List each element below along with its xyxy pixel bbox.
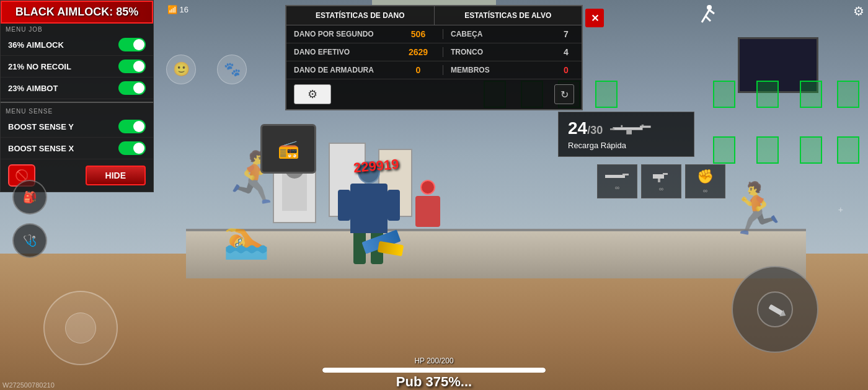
svg-rect-6: [605, 175, 625, 178]
target-rect-10: [756, 136, 779, 164]
stats-value-efetivo: 2629: [394, 47, 443, 57]
shoot-button[interactable]: [732, 266, 818, 353]
stats-label-membros: MEMBROS: [443, 61, 551, 79]
weapon-slot-3-fist-icon: ✊: [697, 169, 714, 185]
wifi-signal-indicator: 📶 16: [167, 5, 188, 14]
ammo-count: 24/30: [568, 118, 603, 138]
target-rect-4: [595, 81, 618, 108]
svg-rect-9: [663, 173, 668, 175]
weapon-panel: 24/30 Recarga Rápida: [558, 112, 694, 157]
svg-line-12: [706, 10, 709, 16]
toggle-switch-boost-x[interactable]: [118, 141, 146, 155]
weapon-slot-2[interactable]: ∞: [641, 164, 681, 198]
stats-label-armadura: DANO DE ARMADURA: [286, 61, 394, 79]
wifi-icon: 📶 16: [167, 5, 188, 14]
target-rect-9: [713, 136, 735, 164]
paw-button[interactable]: 🐾: [217, 55, 247, 84]
smiley-icon: 🙂: [173, 61, 190, 78]
stats-value-dps: 506: [394, 29, 443, 39]
refresh-icon: ↻: [560, 89, 569, 100]
stats-close-button[interactable]: ✕: [585, 9, 604, 27]
run-character-icon[interactable]: [697, 4, 719, 30]
crosshair-indicator: +: [838, 205, 843, 215]
svg-rect-0: [613, 127, 643, 130]
hp-bar-container: HP 200/200: [322, 357, 546, 373]
menu-job-label: MENU JOB: [1, 24, 153, 34]
weapon-slot-3[interactable]: ✊ ∞: [685, 164, 725, 198]
stats-tab-damage[interactable]: ESTATÍSTICAS DE DANO: [286, 6, 435, 25]
svg-rect-8: [653, 174, 664, 179]
hp-label: HP 200/200: [322, 357, 546, 365]
svg-rect-10: [658, 179, 660, 182]
toggle-switch-aimlock[interactable]: [118, 38, 146, 51]
smiley-button[interactable]: 🙂: [166, 55, 196, 84]
toggle-label-boost-y: BOOST SENSE Y: [8, 122, 74, 131]
backpack-icon: 🎒: [23, 190, 37, 204]
weapon-slot-1-icon: [605, 172, 630, 182]
stats-label-efetivo: DANO EFETIVO: [286, 43, 394, 61]
toggle-switch-aimbot[interactable]: [118, 81, 146, 95]
stats-tab-target[interactable]: ESTATÍSTICAS DE ALVO: [435, 6, 582, 25]
toggle-label-norecoil: 21% NO RECOIL: [8, 62, 71, 71]
ammo-display: 24/30: [568, 118, 684, 138]
run-icon-svg: [697, 4, 719, 26]
toggle-row-boost-y: BOOST SENSE Y: [1, 116, 153, 138]
medkit-button[interactable]: 🩺: [12, 223, 47, 258]
svg-rect-7: [622, 174, 629, 175]
hp-bar-background: [322, 368, 546, 373]
aimlock-header: BLACK AIMLOCK: 85%: [1, 1, 153, 24]
target-rect-11: [800, 136, 822, 164]
stats-footer: ⚙ ↻: [286, 79, 582, 109]
stats-label-dps: DANO POR SEGUNDO: [286, 25, 394, 43]
toggle-row-norecoil: 21% NO RECOIL: [1, 56, 153, 78]
gear-icon: ⚙: [308, 87, 317, 101]
reload-label: Recarga Rápida: [568, 141, 684, 150]
stats-header: ESTATÍSTICAS DE DANO ESTATÍSTICAS DE ALV…: [286, 6, 582, 25]
stats-panel: ESTATÍSTICAS DE DANO ESTATÍSTICAS DE ALV…: [285, 5, 583, 110]
medkit-icon: 🩺: [23, 234, 37, 247]
svg-line-15: [709, 10, 714, 14]
target-rect-7: [800, 81, 822, 108]
menu-sense-label: MENU SENSE: [1, 105, 153, 116]
toggle-label-aimlock: 36% AIMLOCK: [8, 40, 64, 50]
backpack-button[interactable]: 🎒: [12, 180, 47, 215]
movement-joystick[interactable]: [43, 291, 118, 365]
paw-icon: 🐾: [224, 61, 241, 78]
weapon-slot-1-ammo: ∞: [615, 184, 619, 191]
stats-value-head: 7: [551, 29, 582, 39]
toggle-switch-boost-y[interactable]: [118, 120, 146, 133]
hide-button[interactable]: HIDE: [86, 166, 146, 185]
stats-value-tronco: 4: [551, 47, 582, 57]
toggle-row-aimlock: 36% AIMLOCK: [1, 34, 153, 56]
svg-rect-2: [621, 125, 623, 127]
toggle-switch-norecoil[interactable]: [118, 60, 146, 73]
target-silhouette-right: 🏃: [725, 180, 787, 238]
gear-settings-button[interactable]: ⚙: [294, 84, 331, 104]
toggle-label-boost-x: BOOST SENSE X: [8, 144, 74, 153]
weapon-slot-3-ammo: ∞: [703, 187, 707, 194]
toggle-label-aimbot: 23% AIMBOT: [8, 84, 58, 93]
serial-number: W272500780210: [2, 381, 55, 389]
settings-icon[interactable]: ⚙: [853, 4, 864, 19]
hp-bar-fill: [322, 368, 546, 373]
cheat-menu-panel: BLACK AIMLOCK: 85% MENU JOB 36% AIMLOCK …: [0, 0, 154, 192]
target-rect-8: [837, 81, 859, 108]
stats-value-membros: 0: [551, 65, 582, 75]
target-rect-6: [756, 81, 779, 108]
stats-row-3: DANO DE ARMADURA 0 MEMBROS 0: [286, 61, 582, 79]
stats-label-tronco: TRONCO: [443, 43, 551, 61]
weapon-ak47-icon: [610, 121, 653, 136]
refresh-button[interactable]: ↻: [554, 84, 574, 104]
weapon-slots-container: ∞ ∞ ✊ ∞: [597, 164, 725, 198]
weapon-slot-2-icon: [652, 171, 671, 183]
toggle-row-aimbot: 23% AIMBOT: [1, 78, 153, 99]
aimlock-title: BLACK AIMLOCK: 85%: [16, 6, 138, 18]
target-silhouette-prone: 🏊: [223, 217, 270, 261]
radio-device: 📻: [260, 124, 316, 174]
svg-line-14: [706, 16, 711, 21]
weapon-slot-2-ammo: ∞: [659, 185, 663, 192]
stats-row-2: DANO EFETIVO 2629 TRONCO 4: [286, 43, 582, 61]
weapon-slot-1[interactable]: ∞: [597, 164, 637, 198]
gear-icon-tr: ⚙: [853, 4, 864, 18]
target-rect-5: [713, 81, 735, 108]
